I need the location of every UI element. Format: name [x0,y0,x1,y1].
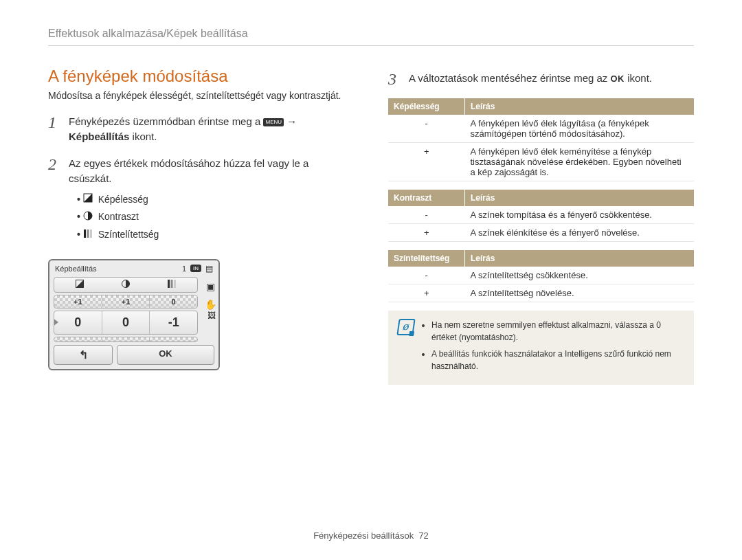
shot-cell [150,337,197,341]
shot-back-button: ↰ [54,345,113,365]
svg-rect-9 [174,280,176,288]
table-row: -A fényképen lévő élek lágyítása (a fény… [388,115,694,143]
th-col1: Színtelítettség [388,250,465,267]
shot-bottom-bar: ↰ OK [54,345,214,365]
note-item: A beállítás funkciók használatakor a Int… [431,348,684,372]
left-column: A fényképek módosítása Módosítsa a fényk… [48,60,354,385]
list-item: Kontraszt [77,210,354,225]
section-title: A fényképek módosítása [48,67,354,86]
step1-after: ikont. [133,131,157,142]
breadcrumb: Effektusok alkalmazása/Képek beállítása [48,27,694,46]
td-val: A színtelítettség növelése. [465,284,695,302]
th-col2: Leírás [465,190,695,206]
shot-counter: 1 [182,265,186,273]
shot-title: Képbeállítás [55,265,97,273]
step-1: 1 Fényképezés üzemmódban érintse meg a M… [48,114,354,145]
step1-arrow: → [286,115,297,127]
td-key: + [388,284,465,302]
td-key: - [388,115,465,143]
step-number: 1 [48,114,60,145]
bullet-label: Színtelítettség [98,229,159,240]
contrast-icon [83,210,93,225]
shot-cell [102,337,150,341]
note-item: Ha nem szeretne semmilyen effektust alka… [431,319,684,344]
saturation-table: SzíntelítettségLeírás -A színtelítettség… [388,250,694,302]
shot-cell: -1 [150,311,197,334]
svg-rect-4 [90,229,92,238]
flash-icon: ▣ [206,281,215,292]
shot-column-icons [54,277,198,293]
td-val: A fényképen lévő élek lágyítása (a fényk… [465,115,695,143]
saturation-icon [168,280,176,290]
step-3-body: A változtatások mentéséhez érintse meg a… [409,71,652,87]
contrast-icon [122,280,130,290]
list-item: Színtelítettség [77,227,354,243]
step-1-body: Fényképezés üzemmódban érintse meg a MEN… [69,114,297,145]
shot-cell: 0 [150,295,197,308]
footer: Fényképezési beállítások 72 [0,530,742,541]
table-row: +A színtelítettség növelése. [388,284,694,302]
step3-post: ikont. [627,72,652,84]
hand-icon: ✋ [205,299,216,310]
th-col2: Leírás [465,98,695,115]
bullet-label: Képélesség [98,194,148,205]
td-key: + [388,143,465,181]
svg-rect-3 [87,229,89,238]
step-2: 2 Az egyes értékek módosításához húzza f… [48,156,354,248]
shot-side-icons: ▣ ✋ [202,277,218,310]
right-column: 3 A változtatások mentéséhez érintse meg… [388,60,694,385]
shot-row-above: +1 +1 0 [54,295,198,309]
note-icon: Ø [396,319,415,335]
footer-label: Fényképezési beállítások [313,530,414,541]
ok-icon: OK [611,74,625,84]
svg-rect-8 [170,280,172,288]
shot-cell [54,337,102,341]
step3-pre: A változtatások mentéséhez érintse meg a… [409,72,611,84]
td-val: A fényképen lévő élek keményítése a fény… [465,143,695,181]
sharpness-icon [76,280,84,290]
menu-icon: MENU [263,118,284,126]
svg-rect-7 [168,280,170,288]
table-row: -A színek tompítása és a fényerő csökken… [388,206,694,224]
shot-ok-button: OK [117,345,214,365]
table-row: +A fényképen lévő élek keményítése a fén… [388,143,694,181]
note-list: Ha nem szeretne semmilyen effektust alka… [421,319,684,377]
adjust-list: Képélesség Kontraszt Színtelítettség [69,192,354,243]
shot-statusbar: Képbeállítás 1 IN ▤ [49,260,218,277]
shot-row-below [54,337,198,342]
list-item: Képélesség [77,192,354,208]
camera-screenshot: Képbeállítás 1 IN ▤ +1 +1 [48,259,220,370]
step-3: 3 A változtatások mentéséhez érintse meg… [388,71,694,87]
step-2-body: Az egyes értékek módosításához húzza fel… [69,156,354,248]
table-row: +A színek élénkítése és a fényerő növelé… [388,224,694,242]
page: Effektusok alkalmazása/Képek beállítása … [0,0,742,560]
sharpness-table: KépélességLeírás -A fényképen lévő élek … [388,98,694,181]
saturation-icon [83,228,93,243]
step-2-text: Az egyes értékek módosításához húzza fel… [69,157,308,185]
active-row-arrow-icon [54,318,58,326]
shot-cell: +1 [102,295,150,308]
bullet-label: Kontraszt [98,211,139,222]
step-number: 2 [48,156,60,248]
shot-menu-icon: ▤ [205,264,213,273]
content-columns: A fényképek módosítása Módosítsa a fényk… [48,60,694,385]
td-val: A színek élénkítése és a fényerő növelés… [465,224,695,242]
th-col1: Kontraszt [388,190,465,206]
td-key: - [388,267,465,284]
sharpness-icon [83,192,93,207]
shot-cell: +1 [54,295,102,308]
td-key: + [388,224,465,242]
mountain-icon: 🖼 [207,311,216,320]
td-key: - [388,206,465,224]
footer-page: 72 [418,530,428,541]
table-row: -A színtelítettség csökkentése. [388,267,694,284]
th-col2: Leírás [465,250,695,267]
th-col1: Képélesség [388,98,465,115]
contrast-table: KontrasztLeírás -A színek tompítása és a… [388,190,694,242]
step-number: 3 [388,71,401,87]
shot-body: +1 +1 0 0 0 -1 [49,277,218,342]
shot-storage-icon: IN [190,265,201,272]
shot-row-active: 0 0 -1 [54,311,198,335]
step1-bold: Képbeállítás [69,131,129,142]
td-val: A színek tompítása és a fényerő csökkent… [465,206,695,224]
